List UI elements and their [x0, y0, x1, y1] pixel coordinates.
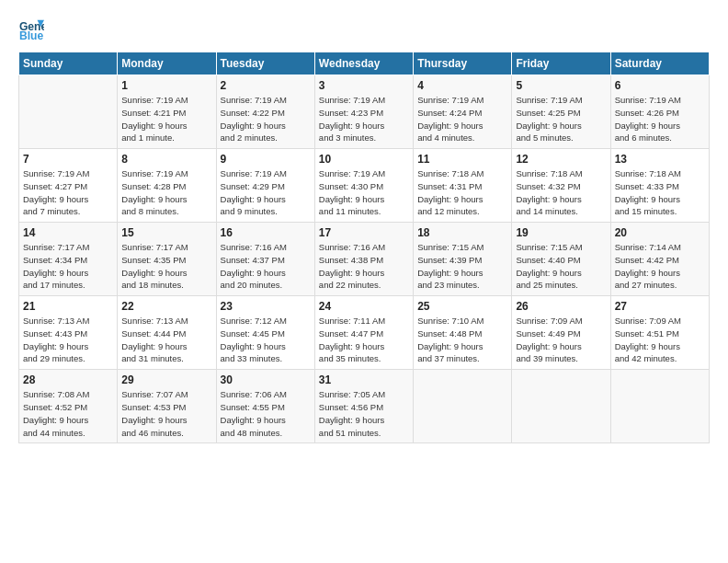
day-number: 17 — [319, 226, 409, 239]
day-cell: 26Sunrise: 7:09 AMSunset: 4:49 PMDayligh… — [512, 296, 610, 370]
day-number: 28 — [23, 373, 113, 386]
day-info: Sunrise: 7:19 AMSunset: 4:29 PMDaylight:… — [221, 167, 311, 218]
day-number: 27 — [615, 300, 705, 313]
day-cell: 5Sunrise: 7:19 AMSunset: 4:25 PMDaylight… — [512, 75, 610, 149]
day-info: Sunrise: 7:12 AMSunset: 4:45 PMDaylight:… — [221, 315, 311, 365]
header: General Blue — [18, 17, 710, 42]
day-cell: 8Sunrise: 7:19 AMSunset: 4:28 PMDaylight… — [118, 149, 216, 223]
day-number: 4 — [417, 79, 507, 92]
day-cell: 12Sunrise: 7:18 AMSunset: 4:32 PMDayligh… — [512, 149, 610, 223]
day-cell: 19Sunrise: 7:15 AMSunset: 4:40 PMDayligh… — [512, 223, 610, 296]
day-info: Sunrise: 7:15 AMSunset: 4:39 PMDaylight:… — [417, 241, 507, 292]
day-info: Sunrise: 7:18 AMSunset: 4:32 PMDaylight:… — [516, 167, 606, 218]
weekday-header-monday: Monday — [118, 52, 216, 75]
day-number: 18 — [417, 226, 507, 239]
day-number: 23 — [221, 300, 311, 313]
day-cell: 24Sunrise: 7:11 AMSunset: 4:47 PMDayligh… — [314, 296, 413, 370]
day-cell — [610, 370, 709, 443]
day-cell: 10Sunrise: 7:19 AMSunset: 4:30 PMDayligh… — [314, 149, 413, 223]
day-info: Sunrise: 7:19 AMSunset: 4:21 PMDaylight:… — [121, 94, 211, 144]
day-cell: 2Sunrise: 7:19 AMSunset: 4:22 PMDaylight… — [216, 75, 314, 149]
day-info: Sunrise: 7:19 AMSunset: 4:26 PMDaylight:… — [615, 94, 705, 144]
day-cell: 1Sunrise: 7:19 AMSunset: 4:21 PMDaylight… — [118, 75, 216, 149]
day-cell: 7Sunrise: 7:19 AMSunset: 4:27 PMDaylight… — [19, 149, 118, 223]
week-row-2: 14Sunrise: 7:17 AMSunset: 4:34 PMDayligh… — [19, 223, 710, 296]
day-number: 1 — [121, 79, 211, 92]
day-cell: 16Sunrise: 7:16 AMSunset: 4:37 PMDayligh… — [216, 223, 314, 296]
day-cell: 14Sunrise: 7:17 AMSunset: 4:34 PMDayligh… — [19, 223, 118, 296]
day-number: 30 — [221, 373, 311, 386]
day-number: 29 — [121, 373, 211, 386]
day-info: Sunrise: 7:15 AMSunset: 4:40 PMDaylight:… — [516, 241, 606, 292]
logo: General Blue — [18, 17, 44, 42]
svg-text:Blue: Blue — [19, 29, 44, 42]
day-number: 13 — [615, 153, 705, 166]
day-cell: 31Sunrise: 7:05 AMSunset: 4:56 PMDayligh… — [314, 370, 413, 443]
day-info: Sunrise: 7:19 AMSunset: 4:22 PMDaylight:… — [221, 94, 311, 144]
day-number: 14 — [23, 226, 113, 239]
day-cell: 11Sunrise: 7:18 AMSunset: 4:31 PMDayligh… — [414, 149, 512, 223]
day-number: 22 — [121, 300, 211, 313]
day-cell: 3Sunrise: 7:19 AMSunset: 4:23 PMDaylight… — [314, 75, 413, 149]
day-cell: 9Sunrise: 7:19 AMSunset: 4:29 PMDaylight… — [216, 149, 314, 223]
day-info: Sunrise: 7:05 AMSunset: 4:56 PMDaylight:… — [319, 388, 409, 439]
day-number: 11 — [417, 153, 507, 166]
day-cell — [19, 75, 118, 149]
day-info: Sunrise: 7:16 AMSunset: 4:38 PMDaylight:… — [319, 241, 409, 292]
day-cell: 30Sunrise: 7:06 AMSunset: 4:55 PMDayligh… — [216, 370, 314, 443]
day-cell: 27Sunrise: 7:09 AMSunset: 4:51 PMDayligh… — [610, 296, 709, 370]
day-number: 10 — [319, 153, 409, 166]
day-cell: 29Sunrise: 7:07 AMSunset: 4:53 PMDayligh… — [118, 370, 216, 443]
day-info: Sunrise: 7:06 AMSunset: 4:55 PMDaylight:… — [221, 388, 311, 439]
day-cell: 15Sunrise: 7:17 AMSunset: 4:35 PMDayligh… — [118, 223, 216, 296]
day-info: Sunrise: 7:11 AMSunset: 4:47 PMDaylight:… — [319, 315, 409, 365]
day-number: 15 — [121, 226, 211, 239]
day-cell: 22Sunrise: 7:13 AMSunset: 4:44 PMDayligh… — [118, 296, 216, 370]
calendar-table: SundayMondayTuesdayWednesdayThursdayFrid… — [18, 52, 710, 443]
day-cell: 18Sunrise: 7:15 AMSunset: 4:39 PMDayligh… — [414, 223, 512, 296]
day-info: Sunrise: 7:13 AMSunset: 4:43 PMDaylight:… — [23, 315, 113, 365]
day-info: Sunrise: 7:09 AMSunset: 4:51 PMDaylight:… — [615, 315, 705, 365]
week-row-3: 21Sunrise: 7:13 AMSunset: 4:43 PMDayligh… — [19, 296, 710, 370]
day-number: 8 — [121, 153, 211, 166]
day-cell: 28Sunrise: 7:08 AMSunset: 4:52 PMDayligh… — [19, 370, 118, 443]
day-info: Sunrise: 7:19 AMSunset: 4:27 PMDaylight:… — [23, 167, 113, 218]
day-info: Sunrise: 7:19 AMSunset: 4:23 PMDaylight:… — [319, 94, 409, 144]
day-number: 25 — [417, 300, 507, 313]
logo-icon: General Blue — [18, 17, 44, 42]
day-cell: 25Sunrise: 7:10 AMSunset: 4:48 PMDayligh… — [414, 296, 512, 370]
day-number: 12 — [516, 153, 606, 166]
day-cell: 6Sunrise: 7:19 AMSunset: 4:26 PMDaylight… — [610, 75, 709, 149]
day-number: 21 — [23, 300, 113, 313]
day-number: 31 — [319, 373, 409, 386]
day-info: Sunrise: 7:19 AMSunset: 4:25 PMDaylight:… — [516, 94, 606, 144]
day-number: 20 — [615, 226, 705, 239]
day-number: 16 — [221, 226, 311, 239]
day-info: Sunrise: 7:19 AMSunset: 4:28 PMDaylight:… — [121, 167, 211, 218]
day-info: Sunrise: 7:16 AMSunset: 4:37 PMDaylight:… — [221, 241, 311, 292]
day-info: Sunrise: 7:13 AMSunset: 4:44 PMDaylight:… — [121, 315, 211, 365]
day-info: Sunrise: 7:09 AMSunset: 4:49 PMDaylight:… — [516, 315, 606, 365]
day-number: 6 — [615, 79, 705, 92]
weekday-header-tuesday: Tuesday — [216, 52, 314, 75]
day-number: 26 — [516, 300, 606, 313]
day-info: Sunrise: 7:10 AMSunset: 4:48 PMDaylight:… — [417, 315, 507, 365]
day-info: Sunrise: 7:14 AMSunset: 4:42 PMDaylight:… — [615, 241, 705, 292]
day-cell — [512, 370, 610, 443]
day-info: Sunrise: 7:08 AMSunset: 4:52 PMDaylight:… — [23, 388, 113, 439]
weekday-header-wednesday: Wednesday — [314, 52, 413, 75]
week-row-1: 7Sunrise: 7:19 AMSunset: 4:27 PMDaylight… — [19, 149, 710, 223]
day-info: Sunrise: 7:18 AMSunset: 4:31 PMDaylight:… — [417, 167, 507, 218]
day-info: Sunrise: 7:17 AMSunset: 4:35 PMDaylight:… — [121, 241, 211, 292]
day-cell: 20Sunrise: 7:14 AMSunset: 4:42 PMDayligh… — [610, 223, 709, 296]
weekday-header-row: SundayMondayTuesdayWednesdayThursdayFrid… — [19, 52, 710, 75]
day-cell: 23Sunrise: 7:12 AMSunset: 4:45 PMDayligh… — [216, 296, 314, 370]
week-row-4: 28Sunrise: 7:08 AMSunset: 4:52 PMDayligh… — [19, 370, 710, 443]
day-info: Sunrise: 7:19 AMSunset: 4:24 PMDaylight:… — [417, 94, 507, 144]
day-number: 5 — [516, 79, 606, 92]
weekday-header-friday: Friday — [512, 52, 610, 75]
day-number: 19 — [516, 226, 606, 239]
day-cell: 17Sunrise: 7:16 AMSunset: 4:38 PMDayligh… — [314, 223, 413, 296]
weekday-header-thursday: Thursday — [414, 52, 512, 75]
day-cell — [414, 370, 512, 443]
